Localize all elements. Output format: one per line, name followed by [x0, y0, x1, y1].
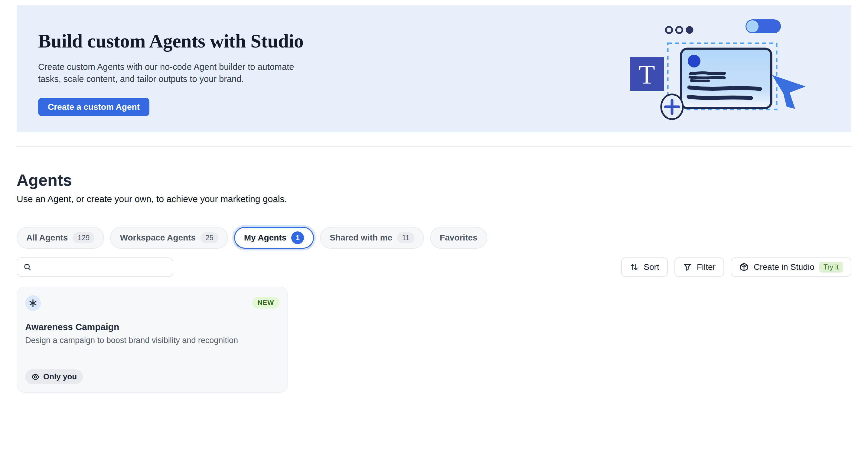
page-subtitle: Use an Agent, or create your own, to ach…: [17, 193, 851, 205]
create-in-studio-button[interactable]: Create in Studio Try it: [731, 257, 851, 277]
text-block-icon: T: [630, 57, 664, 91]
card-footer: Only you: [25, 369, 279, 384]
sort-button[interactable]: Sort: [621, 257, 668, 277]
visibility-chip: Only you: [25, 369, 83, 384]
agent-filter-tabs: All Agents 129 Workspace Agents 25 My Ag…: [17, 227, 851, 249]
toggle-icon: [745, 19, 781, 33]
tab-label: All Agents: [26, 233, 68, 243]
agents-page: Build custom Agents with Studio Create c…: [0, 5, 868, 393]
search-icon: [23, 263, 32, 271]
filter-button[interactable]: Filter: [675, 257, 724, 277]
cube-icon: [739, 262, 749, 272]
tab-count-badge: 1: [291, 232, 304, 244]
agent-card-description: Design a campaign to boost brand visibil…: [25, 336, 279, 345]
tab-label: Shared with me: [330, 233, 392, 243]
tab-label: My Agents: [244, 233, 287, 243]
agent-card-awareness-campaign[interactable]: NEW Awareness Campaign Design a campaign…: [17, 287, 288, 393]
filter-label: Filter: [697, 262, 716, 272]
tab-workspace-agents[interactable]: Workspace Agents 25: [110, 227, 228, 249]
tab-count-badge: 25: [200, 232, 218, 243]
sort-label: Sort: [644, 262, 659, 272]
search-box[interactable]: [17, 257, 173, 277]
toolbar-actions: Sort Filter Create in Studio Try it: [621, 257, 851, 277]
filter-icon: [683, 263, 692, 272]
agent-card-title: Awareness Campaign: [25, 322, 279, 332]
tab-shared-with-me[interactable]: Shared with me 11: [320, 227, 424, 249]
svg-text:T: T: [639, 60, 655, 89]
page-title: Agents: [17, 170, 851, 190]
agents-toolbar: Sort Filter Create in Studio Try it: [17, 257, 851, 277]
section-divider: [17, 146, 851, 147]
tab-label: Favorites: [440, 233, 477, 243]
tab-my-agents[interactable]: My Agents 1: [234, 227, 314, 249]
tab-count-badge: 11: [397, 232, 414, 243]
plus-icon: [661, 94, 683, 119]
tab-label: Workspace Agents: [120, 233, 196, 243]
create-in-studio-label: Create in Studio: [754, 262, 814, 272]
card-header: NEW: [25, 295, 279, 311]
eye-icon: [31, 373, 40, 381]
try-it-badge: Try it: [819, 262, 843, 273]
search-input[interactable]: [36, 263, 167, 272]
ellipsis-dots-icon: [666, 26, 693, 34]
visibility-label: Only you: [43, 372, 77, 381]
studio-illustration: T: [625, 12, 807, 121]
banner-description: Create custom Agents with our no-code Ag…: [38, 61, 313, 85]
document-card-icon: [681, 49, 771, 108]
new-badge: NEW: [252, 297, 279, 309]
asterisk-icon: [25, 295, 41, 311]
tab-favorites[interactable]: Favorites: [430, 227, 487, 249]
tab-all-agents[interactable]: All Agents 129: [17, 227, 104, 249]
studio-promo-banner: Build custom Agents with Studio Create c…: [17, 5, 851, 132]
tab-count-badge: 129: [72, 232, 94, 243]
sort-icon: [630, 263, 639, 272]
create-custom-agent-button[interactable]: Create a custom Agent: [38, 98, 149, 116]
